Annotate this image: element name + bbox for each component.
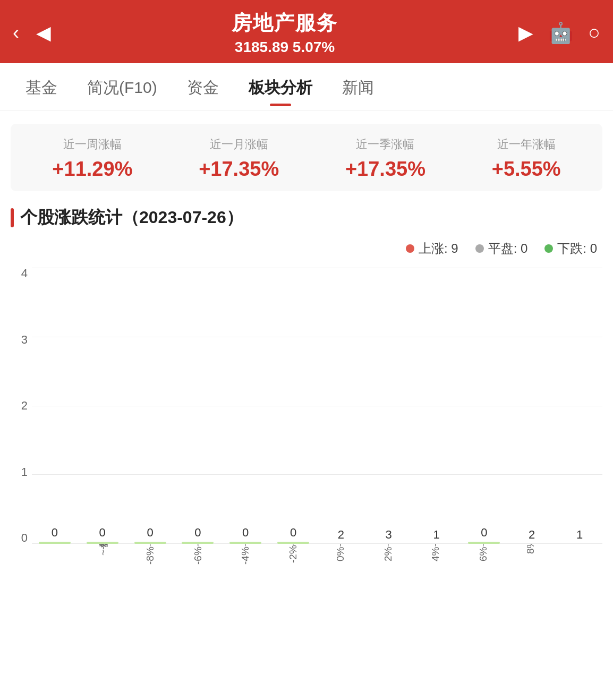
stat-item: 近一季涨幅 +17.35% bbox=[345, 136, 425, 181]
legend-dot bbox=[406, 244, 414, 253]
x-label-item: 跌停 bbox=[32, 544, 80, 565]
bar-col: 0 bbox=[32, 526, 78, 544]
x-label-text: 涨停 bbox=[573, 544, 585, 565]
bar-value-label: 0 bbox=[194, 526, 201, 540]
y-axis-label: 3 bbox=[11, 334, 32, 346]
bar-value-label: 0 bbox=[147, 526, 153, 540]
stat-value: +11.29% bbox=[52, 158, 132, 181]
x-label-text: 8%~涨停 bbox=[525, 544, 537, 565]
bar-col: 0 bbox=[80, 526, 125, 544]
x-label-text: -4%~-2% bbox=[240, 544, 252, 565]
bar-col: 0 bbox=[270, 526, 316, 544]
legend-label: 下跌: 0 bbox=[557, 240, 597, 257]
x-label-item: 跌停~-8% bbox=[80, 544, 127, 565]
stat-item: 近一年涨幅 +5.55% bbox=[492, 136, 561, 181]
x-label-text: 跌停 bbox=[49, 544, 62, 565]
legend-item: 下跌: 0 bbox=[544, 240, 597, 257]
legend-dot bbox=[544, 244, 553, 253]
stat-label: 近一年涨幅 bbox=[492, 136, 561, 152]
bar-value-label: 2 bbox=[338, 528, 344, 542]
tab-简况(F10)[interactable]: 简况(F10) bbox=[72, 63, 172, 110]
bar-value-label: 0 bbox=[52, 526, 58, 540]
tab-资金[interactable]: 资金 bbox=[172, 63, 234, 110]
x-label-text: 4%~6% bbox=[430, 544, 442, 565]
prev-button[interactable]: ◀ bbox=[36, 22, 51, 44]
bar-value-label: 1 bbox=[576, 528, 583, 542]
chart-legend: 上涨: 9 平盘: 0 下跌: 0 bbox=[0, 240, 613, 257]
page-title: 房地产服务 bbox=[51, 10, 518, 37]
header-subtitle: 3185.89 5.07% bbox=[51, 39, 518, 56]
stat-item: 近一月涨幅 +17.35% bbox=[199, 136, 279, 181]
tab-板块分析[interactable]: 板块分析 bbox=[234, 63, 327, 110]
stat-label: 近一月涨幅 bbox=[199, 136, 279, 152]
section-title-text: 个股涨跌统计（2023-07-26） bbox=[20, 206, 243, 229]
bar-value-label: 1 bbox=[433, 528, 439, 542]
x-label-item: 4%~6% bbox=[412, 544, 460, 565]
bars-row: 000000231021 bbox=[32, 268, 602, 544]
x-label-text: 6%~8% bbox=[478, 544, 490, 565]
bar-col: 2 bbox=[318, 528, 364, 544]
bar-value-label: 2 bbox=[529, 528, 535, 542]
bar-value-label: 0 bbox=[481, 526, 487, 540]
header-center: 房地产服务 3185.89 5.07% bbox=[51, 10, 518, 56]
stat-value: +17.35% bbox=[199, 158, 279, 181]
bar-col: 2 bbox=[509, 528, 555, 544]
section-title: 个股涨跌统计（2023-07-26） bbox=[11, 206, 602, 229]
stat-label: 近一季涨幅 bbox=[345, 136, 425, 152]
x-label-text: 跌停~-8% bbox=[97, 544, 109, 565]
bar-value-label: 0 bbox=[99, 526, 106, 540]
legend-item: 平盘: 0 bbox=[475, 240, 528, 257]
x-label-item: -4%~-2% bbox=[222, 544, 270, 565]
robot-icon[interactable]: 🤖 bbox=[548, 21, 573, 45]
chart-container: 01234 000000231021 跌停跌停~-8%-8%~-6%-6%~-4… bbox=[0, 268, 613, 586]
chart-area: 01234 000000231021 跌停跌停~-8%-8%~-6%-6%~-4… bbox=[11, 268, 602, 565]
header: ‹ ◀ 房地产服务 3185.89 5.07% ▶ 🤖 ○ bbox=[0, 0, 613, 63]
y-axis-label: 4 bbox=[11, 268, 32, 279]
tab-bar: 基金简况(F10)资金板块分析新闻 bbox=[0, 63, 613, 111]
header-nav-right: ▶ 🤖 ○ bbox=[518, 21, 600, 45]
stat-label: 近一周涨幅 bbox=[52, 136, 132, 152]
x-label-item: -6%~-4% bbox=[175, 544, 223, 565]
bar-col: 1 bbox=[414, 528, 459, 544]
bar-value-label: 3 bbox=[386, 528, 392, 542]
x-label-text: -8%~-6% bbox=[144, 544, 157, 565]
stats-panel: 近一周涨幅 +11.29%近一月涨幅 +17.35%近一季涨幅 +17.35%近… bbox=[11, 124, 602, 191]
bar-col: 3 bbox=[366, 528, 412, 544]
x-label-item: 涨停 bbox=[555, 544, 603, 565]
bar-col: 0 bbox=[127, 526, 173, 544]
legend-label: 平盘: 0 bbox=[488, 240, 528, 257]
y-axis: 01234 bbox=[11, 268, 32, 565]
bar-value-label: 0 bbox=[242, 526, 249, 540]
next-button[interactable]: ▶ bbox=[518, 22, 533, 44]
back-button[interactable]: ‹ bbox=[13, 22, 19, 44]
x-label-item: 6%~8% bbox=[460, 544, 508, 565]
header-nav-left: ‹ ◀ bbox=[13, 22, 51, 44]
stat-value: +17.35% bbox=[345, 158, 425, 181]
x-label-item: -8%~-6% bbox=[127, 544, 175, 565]
chart-inner: 000000231021 跌停跌停~-8%-8%~-6%-6%~-4%-4%~-… bbox=[32, 268, 602, 565]
legend-item: 上涨: 9 bbox=[406, 240, 458, 257]
x-label-item: 8%~涨停 bbox=[507, 544, 555, 565]
bar-value-label: 0 bbox=[290, 526, 296, 540]
y-axis-label: 1 bbox=[11, 466, 32, 478]
y-axis-label: 0 bbox=[11, 532, 32, 544]
bar-col: 0 bbox=[175, 526, 220, 544]
x-label-text: -6%~-4% bbox=[192, 544, 205, 565]
tab-基金[interactable]: 基金 bbox=[11, 63, 72, 110]
tab-新闻[interactable]: 新闻 bbox=[327, 63, 389, 110]
x-label-text: -2%~0% bbox=[287, 544, 300, 565]
legend-dot bbox=[475, 244, 484, 253]
search-icon[interactable]: ○ bbox=[588, 21, 600, 44]
x-label-text: 0%~2% bbox=[335, 544, 347, 565]
legend-label: 上涨: 9 bbox=[419, 240, 458, 257]
bar-col: 1 bbox=[557, 528, 602, 544]
x-labels: 跌停跌停~-8%-8%~-6%-6%~-4%-4%~-2%-2%~0%0%~2%… bbox=[32, 544, 602, 565]
bar-col: 0 bbox=[461, 526, 507, 544]
x-label-item: 2%~4% bbox=[365, 544, 413, 565]
x-label-item: 0%~2% bbox=[317, 544, 365, 565]
x-label-item: -2%~0% bbox=[270, 544, 318, 565]
stat-item: 近一周涨幅 +11.29% bbox=[52, 136, 132, 181]
title-bar-decoration bbox=[11, 208, 14, 227]
y-axis-label: 2 bbox=[11, 400, 32, 412]
stat-value: +5.55% bbox=[492, 158, 561, 181]
